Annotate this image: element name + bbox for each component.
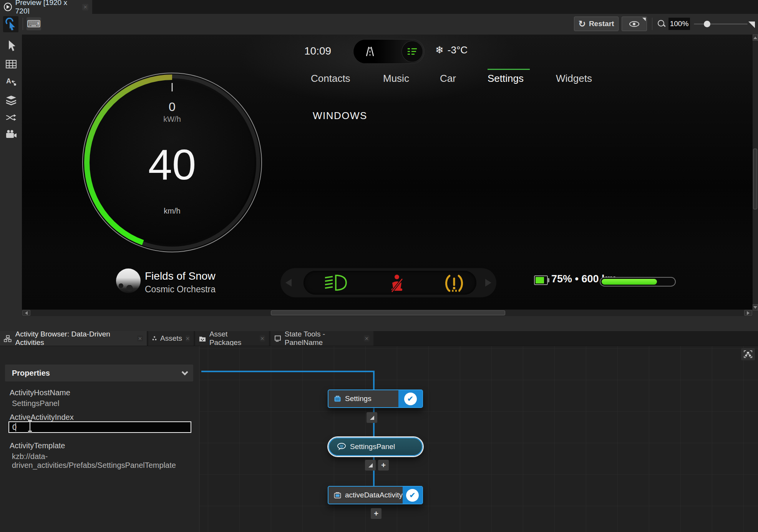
horizontal-scrollbar[interactable]: [22, 310, 753, 316]
horizontal-scrollbar-thumb[interactable]: [271, 310, 505, 315]
tab-asset-packages[interactable]: Asset Packages ✕: [195, 331, 269, 346]
clock: 10:09: [304, 45, 331, 57]
property-value: SettingsPanel: [12, 399, 59, 408]
scrollbar-down-button[interactable]: [753, 304, 758, 310]
property-label: ActivityHostName: [10, 388, 70, 397]
tab-music[interactable]: Music: [383, 73, 409, 85]
drive-mode-toggle[interactable]: [353, 39, 425, 64]
scrollbar-up-button[interactable]: [753, 35, 758, 41]
connection-line: [201, 371, 375, 372]
close-icon[interactable]: ✕: [260, 335, 265, 341]
node-active-section[interactable]: ✔: [403, 487, 422, 504]
preview-tab[interactable]: Preview [1920 x 720] ✕: [0, 0, 92, 14]
close-icon[interactable]: ✕: [364, 335, 370, 341]
power-unit: kW/h: [81, 115, 263, 124]
check-icon: ✔: [404, 393, 417, 405]
fit-to-view-icon: [744, 350, 752, 358]
scrollbar-right-button[interactable]: [744, 310, 752, 316]
scroll-right-icon[interactable]: [485, 279, 491, 287]
battery-progress-bar: [600, 277, 676, 287]
track-artist: Cosmic Orchestra: [145, 284, 216, 295]
viewport-corner-marker: [748, 22, 755, 28]
fit-graph-button[interactable]: [741, 348, 755, 360]
add-node-button[interactable]: +: [378, 460, 389, 471]
scrollbar-left-button[interactable]: [22, 310, 30, 316]
text-caret: [15, 423, 16, 431]
snowflake-icon: ❄: [435, 44, 444, 56]
toolbar-separator: [23, 18, 23, 30]
toggle-knob[interactable]: [401, 41, 423, 62]
scroll-left-icon[interactable]: [285, 279, 292, 287]
restart-icon: ↻: [579, 19, 586, 29]
tab-label: Asset Packages: [209, 330, 256, 347]
tab-assets[interactable]: Assets ✕: [148, 331, 194, 346]
restart-button[interactable]: ↻ Restart: [574, 17, 619, 31]
node-active-section[interactable]: ✔: [398, 390, 422, 407]
add-node-button[interactable]: +: [371, 508, 381, 519]
activity-browser-icon: [4, 335, 12, 342]
tab-car[interactable]: Car: [440, 73, 456, 85]
property-label: ActivityTemplate: [10, 441, 65, 450]
track-title: Fields of Snow: [145, 270, 216, 282]
zoom-slider[interactable]: [694, 23, 748, 25]
tab-label: Assets: [160, 334, 182, 343]
state-flow-icon[interactable]: [6, 114, 17, 121]
svg-text:A: A: [6, 77, 11, 85]
interact-mode-button[interactable]: [3, 16, 18, 32]
tire-pressure-indicator-icon: [444, 274, 464, 293]
collapse-node-button[interactable]: [367, 412, 377, 423]
tab-contacts[interactable]: Contacts: [311, 73, 350, 85]
camera-icon[interactable]: [5, 130, 17, 138]
node-active-data-activity[interactable]: activeDataActivity ✔: [328, 486, 423, 504]
preview-tool-rail: A: [0, 35, 22, 310]
keyboard-button[interactable]: ⌨: [27, 17, 41, 30]
temperature-value: -3°C: [448, 44, 468, 56]
zoom-slider-thumb[interactable]: [704, 21, 710, 27]
layers-icon[interactable]: [5, 95, 17, 105]
close-icon[interactable]: ✕: [137, 335, 143, 341]
node-label: activeDataActivity: [345, 491, 403, 499]
active-activity-index-input[interactable]: [8, 421, 191, 433]
hmi-preview-viewport[interactable]: 10:09 ❄ -3°C Contacts Music Car Settings…: [22, 35, 753, 310]
properties-title: Properties: [12, 369, 50, 378]
zoom-level-field[interactable]: 100%: [668, 18, 690, 30]
node-settings-panel[interactable]: SettingsPanel: [328, 438, 423, 456]
tab-settings[interactable]: Settings: [488, 73, 524, 85]
speed-gauge: 0 kW/h 40 km/h: [81, 71, 263, 254]
kanzi-preview-window: Preview [1920 x 720] ✕ ⌨ ↻ Restart 100%: [0, 0, 758, 532]
activity-graph-canvas[interactable]: Settings ✔ SettingsPanel: [200, 346, 758, 532]
tab-widgets[interactable]: Widgets: [556, 73, 592, 85]
activity-host-icon: [337, 443, 346, 451]
close-icon[interactable]: ✕: [186, 335, 190, 341]
collapse-node-button[interactable]: [365, 460, 376, 471]
active-tab-indicator: [488, 69, 530, 70]
node-settings[interactable]: Settings ✔: [328, 389, 423, 408]
grid-view-icon[interactable]: [6, 60, 17, 68]
tab-state-tools[interactable]: State Tools - PanelName ✕: [270, 331, 373, 346]
preview-tabbar: Preview [1920 x 720] ✕: [0, 0, 758, 14]
activity-browser-panel: Properties ActivityHostName SettingsPane…: [0, 346, 758, 532]
vertical-scrollbar[interactable]: [753, 35, 758, 310]
properties-header[interactable]: Properties: [5, 365, 193, 381]
road-icon: [363, 46, 377, 57]
mouse-ibeam-cursor: [27, 420, 33, 433]
tab-label: Activity Browser: Data-Driven Activities: [15, 330, 134, 347]
album-art[interactable]: [116, 268, 141, 293]
text-animation-icon[interactable]: A: [6, 77, 17, 87]
close-icon[interactable]: ✕: [82, 4, 88, 10]
tab-activity-browser[interactable]: Activity Browser: Data-Driven Activities…: [0, 331, 147, 346]
property-value: kzb://data-driven_activities/Prefabs/Set…: [12, 452, 199, 470]
tab-label: State Tools - PanelName: [285, 330, 360, 347]
play-icon: [4, 3, 12, 11]
preview-visibility-button[interactable]: [622, 17, 647, 31]
vertical-scrollbar-thumb[interactable]: [753, 149, 757, 209]
activity-icon: [334, 492, 341, 499]
speed-value: 40: [81, 140, 263, 189]
restart-label: Restart: [589, 20, 614, 28]
assets-icon: [152, 335, 157, 342]
collapse-chevron-icon[interactable]: [182, 369, 188, 375]
select-cursor-icon[interactable]: [6, 40, 16, 51]
battery-icon: [534, 275, 548, 285]
node-label: SettingsPanel: [350, 443, 395, 451]
warning-indicator-strip: [280, 268, 496, 297]
